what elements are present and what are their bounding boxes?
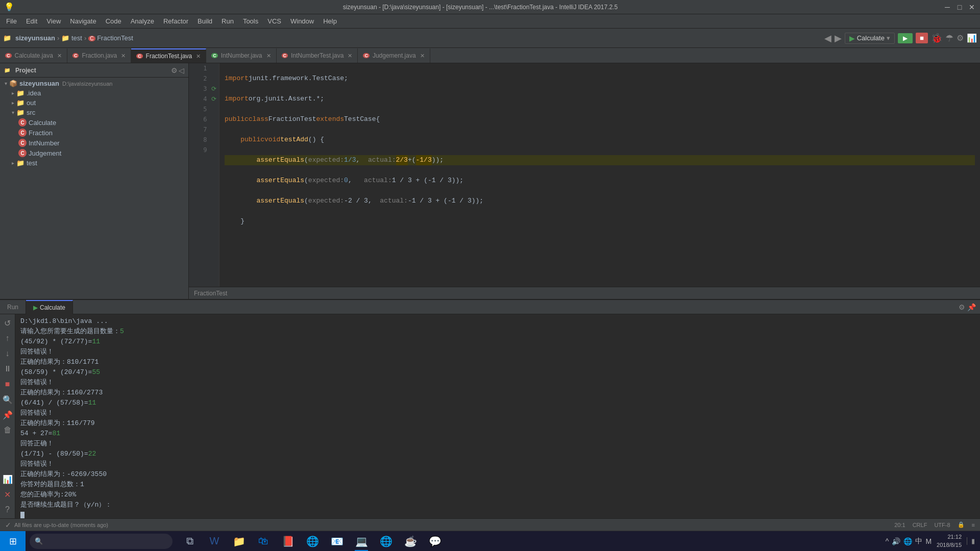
menu-build[interactable]: Build: [193, 16, 216, 27]
navigation-back[interactable]: ◀: [824, 33, 831, 44]
pin-icon[interactable]: 📌: [967, 303, 976, 311]
coverage-button[interactable]: ☂: [945, 33, 953, 44]
project-structure-button[interactable]: 📊: [967, 33, 977, 43]
code-line-3: public class FractionTest extends TestCa…: [225, 114, 975, 124]
column-selector-icon: ≡: [972, 522, 975, 528]
cursor-position: 20:1: [894, 522, 905, 528]
tree-item-root[interactable]: ▾ 📦 sizeyunsuan D:\java\sizeyunsuan: [0, 79, 188, 88]
tree-item-intnumber[interactable]: C IntNumber: [0, 138, 188, 148]
scroll-up-btn[interactable]: ↑: [1, 332, 14, 345]
taskbar-ie[interactable]: 🌐: [375, 531, 397, 552]
taskbar-photos[interactable]: 📕: [277, 531, 299, 552]
sidebar-settings-btn[interactable]: ⚙: [171, 66, 178, 74]
trash-btn[interactable]: 🗑: [1, 423, 14, 437]
settings-icon[interactable]: ⚙: [959, 303, 965, 311]
tray-ime-m[interactable]: M: [925, 537, 932, 545]
breadcrumb-sep2: ›: [84, 34, 86, 42]
tab-close-intnumbertest[interactable]: ✕: [348, 53, 352, 59]
navigation-forward[interactable]: ▶: [835, 33, 842, 44]
breadcrumb-file[interactable]: C FractionTest: [88, 34, 133, 42]
sidebar-title: Project: [15, 67, 36, 74]
file-icon-calculate: C: [18, 118, 27, 127]
maximize-button[interactable]: □: [955, 3, 964, 11]
tray-network[interactable]: 🌐: [903, 537, 912, 545]
stop-button[interactable]: ■: [916, 33, 928, 43]
console-line-17: 你答对的题目总数：1: [20, 480, 975, 490]
taskbar-edge[interactable]: 🌐: [301, 531, 324, 552]
menu-analyze[interactable]: Analyze: [127, 16, 158, 27]
taskbar-mail[interactable]: 📧: [326, 531, 348, 552]
pin-btn[interactable]: 📌: [1, 408, 14, 421]
tab-judgement[interactable]: C Judgement.java ✕: [358, 48, 430, 63]
debug-button[interactable]: 🐞: [931, 33, 942, 44]
tab-fraction[interactable]: C Fraction.java ✕: [67, 48, 131, 63]
filter-btn[interactable]: 🔍: [1, 393, 14, 406]
tree-item-idea[interactable]: ▸ 📁 .idea: [0, 88, 188, 98]
menu-view[interactable]: View: [42, 16, 65, 27]
code-line-8: }: [225, 216, 975, 227]
menu-vcs[interactable]: VCS: [263, 16, 285, 27]
tab-fractiontest[interactable]: C FractionTest.java ✕: [131, 48, 206, 63]
tab-calculate[interactable]: C Calculate.java ✕: [0, 48, 67, 63]
menu-edit[interactable]: Edit: [22, 16, 41, 27]
run-config-label: Calculate: [857, 34, 885, 42]
code-area[interactable]: 1 2 3 ⟳ 4 ⟳ 5: [189, 63, 980, 287]
taskbar-word[interactable]: W: [203, 531, 226, 552]
run-button[interactable]: ▶: [898, 33, 913, 43]
stop-run-btn[interactable]: ■: [1, 378, 14, 391]
tray-sound[interactable]: 🔊: [892, 537, 900, 545]
taskbar-search[interactable]: 🔍: [30, 534, 173, 549]
tree-item-out[interactable]: ▸ 📁 out: [0, 98, 188, 108]
tree-item-src[interactable]: ▾ 📁 src: [0, 108, 188, 117]
menu-run[interactable]: Run: [217, 16, 238, 27]
sidebar-collapse-btn[interactable]: ◁: [179, 66, 184, 74]
tab-close-fraction[interactable]: ✕: [121, 53, 126, 59]
tree-item-calculate[interactable]: C Calculate: [0, 117, 188, 128]
start-button[interactable]: ⊞: [0, 531, 26, 552]
minimize-button[interactable]: ─: [943, 3, 951, 11]
scroll-down-btn[interactable]: ↓: [1, 347, 14, 360]
rerun-btn[interactable]: ↺: [1, 316, 14, 330]
menu-navigate[interactable]: Navigate: [66, 16, 100, 27]
menu-window[interactable]: Window: [286, 16, 318, 27]
run-config-dropdown[interactable]: ▶ Calculate ▾: [845, 33, 895, 44]
taskbar-wechat[interactable]: 💬: [424, 531, 446, 552]
tab-calculate-run[interactable]: ▶ Calculate: [26, 300, 73, 314]
tree-item-judgement[interactable]: C Judgement: [0, 148, 188, 158]
settings-button[interactable]: ⚙: [957, 33, 964, 43]
tray-caret[interactable]: ^: [886, 537, 889, 545]
menu-tools[interactable]: Tools: [239, 16, 262, 27]
tab-close-calculate[interactable]: ✕: [57, 53, 62, 59]
tree-item-fraction[interactable]: C Fraction: [0, 128, 188, 138]
breadcrumb-project[interactable]: sizeyunsuan: [15, 34, 55, 42]
tab-intnumber[interactable]: C IntNumber.java ✕: [206, 48, 276, 63]
tree-item-test[interactable]: ▸ 📁 test: [0, 158, 188, 168]
tab-close-judgement[interactable]: ✕: [420, 53, 425, 59]
tab-close-intnumber[interactable]: ✕: [266, 53, 271, 59]
breadcrumb-folder[interactable]: 📁 test: [61, 34, 82, 42]
tab-close-fractiontest[interactable]: ✕: [196, 53, 201, 60]
show-desktop[interactable]: ▮: [967, 537, 975, 545]
tray-ime-zh[interactable]: 中: [915, 537, 922, 546]
code-content[interactable]: import junit.framework.TestCase; import …: [219, 63, 980, 287]
close-button[interactable]: ✕: [968, 3, 976, 11]
help-icon[interactable]: ?: [1, 503, 14, 516]
menu-code[interactable]: Code: [102, 16, 126, 27]
up-icon[interactable]: 📊: [1, 472, 14, 486]
taskbar-explorer[interactable]: 📁: [228, 531, 250, 552]
menu-refactor[interactable]: Refactor: [159, 16, 192, 27]
taskbar-clock[interactable]: 21:12 2018/8/15: [937, 533, 962, 549]
console-output[interactable]: D:\jkd1.8\bin\java ... 请输入您所需要生成的题目数量：5 …: [15, 314, 980, 518]
console-line-18: 您的正确率为:20%: [20, 490, 975, 500]
tab-run[interactable]: Run: [0, 300, 26, 314]
taskbar-java[interactable]: ☕: [399, 531, 422, 552]
taskbar-intellij[interactable]: 💻: [350, 531, 373, 552]
tab-intnumbertest[interactable]: C IntNumberTest.java ✕: [277, 48, 358, 63]
taskbar-store[interactable]: 🛍: [252, 531, 275, 552]
menu-help[interactable]: Help: [319, 16, 341, 27]
pause-btn[interactable]: ⏸: [1, 362, 14, 375]
editor-breadcrumb-text: FractionTest: [194, 290, 227, 297]
menu-file[interactable]: File: [2, 16, 21, 27]
taskbar-taskview[interactable]: ⧉: [179, 531, 201, 552]
line-numbers-panel: 1 2 3 ⟳ 4 ⟳ 5: [189, 63, 219, 287]
